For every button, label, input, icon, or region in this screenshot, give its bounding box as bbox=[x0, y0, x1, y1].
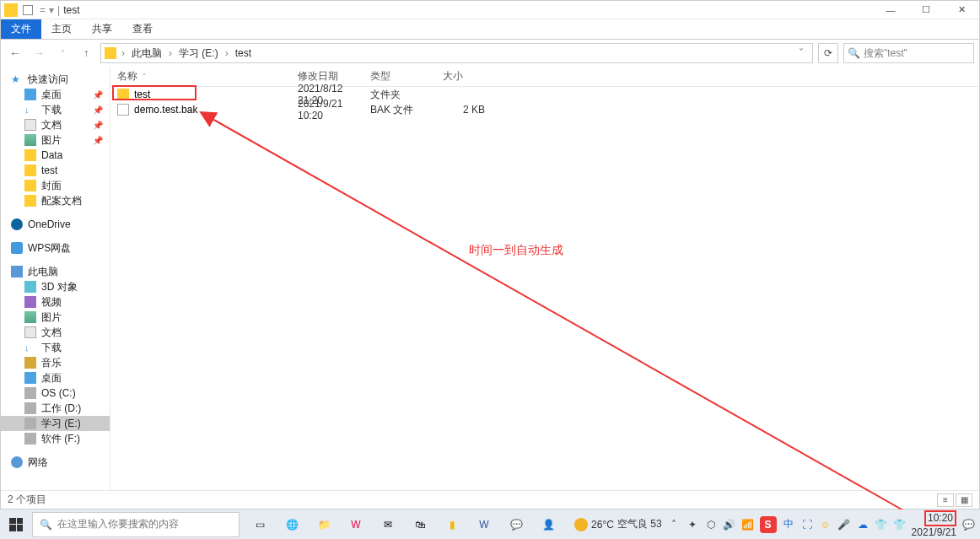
explorer-app[interactable]: 📁 bbox=[309, 510, 339, 538]
ribbon-home-tab[interactable]: 主页 bbox=[41, 19, 82, 39]
sb-pictures[interactable]: 图片📌 bbox=[1, 132, 110, 148]
nav-sidebar[interactable]: 快速访问 桌面📌 下载📌 文档📌 图片📌 Data test 封面 配案文档 O… bbox=[1, 67, 110, 490]
crumb-folder[interactable]: test bbox=[232, 47, 255, 59]
ribbon-file-tab[interactable]: 文件 bbox=[1, 19, 41, 39]
picture-icon bbox=[24, 311, 36, 323]
sb-quick-access[interactable]: 快速访问 bbox=[1, 72, 110, 87]
sb-drive-c[interactable]: OS (C:) bbox=[1, 385, 110, 401]
word-app[interactable]: W bbox=[469, 510, 499, 538]
file-date: 2021/9/21 10:20 bbox=[298, 98, 370, 121]
notification-icon[interactable]: 💬 bbox=[961, 518, 975, 531]
wifi-icon[interactable]: 📶 bbox=[741, 518, 755, 531]
folder-icon bbox=[4, 3, 18, 17]
folder-icon bbox=[24, 195, 36, 207]
file-size: 2 KB bbox=[443, 104, 510, 116]
sb-wps[interactable]: WPS网盘 bbox=[1, 240, 110, 256]
tray-icon[interactable]: ⛶ bbox=[800, 518, 814, 531]
ime-mode[interactable]: 中 bbox=[782, 518, 795, 531]
crumb-pc[interactable]: 此电脑 bbox=[128, 46, 165, 61]
wechat-app[interactable]: 💬 bbox=[501, 510, 531, 538]
wps-app[interactable]: W bbox=[341, 510, 371, 538]
up-button[interactable]: ↑ bbox=[77, 44, 95, 62]
col-size[interactable]: 大小 bbox=[443, 69, 510, 84]
taskbar-apps: ▭ 🌐 📁 W ✉ 🛍 ▮ W 💬 👤 bbox=[245, 510, 563, 538]
powerbi-app[interactable]: ▮ bbox=[437, 510, 467, 538]
mail-app[interactable]: ✉ bbox=[373, 510, 403, 538]
sb-downloads[interactable]: 下载📌 bbox=[1, 102, 110, 117]
tray-icon[interactable]: 👕 bbox=[893, 518, 907, 531]
col-date[interactable]: 修改日期 bbox=[298, 69, 370, 84]
close-button[interactable]: ✕ bbox=[944, 1, 979, 19]
refresh-button[interactable]: ⟳ bbox=[818, 43, 838, 63]
tray-icon[interactable]: ☺ bbox=[819, 518, 832, 531]
ribbon-view-tab[interactable]: 查看 bbox=[122, 19, 163, 39]
status-bar: 2 个项目 ≡ ▦ bbox=[1, 490, 979, 509]
address-bar-row: ← → ˅ ↑ › 此电脑 › 学习 (E:) › test ˅ ⟳ 🔍 搜索"… bbox=[1, 40, 979, 67]
sb-thispc[interactable]: 此电脑 bbox=[1, 264, 110, 279]
pc-icon bbox=[11, 266, 23, 278]
sb-config[interactable]: 配案文档 bbox=[1, 193, 110, 208]
sun-icon bbox=[574, 518, 588, 531]
sb-onedrive[interactable]: OneDrive bbox=[1, 217, 110, 232]
sb-video[interactable]: 视频 bbox=[1, 294, 110, 310]
sb-downloads2[interactable]: 下载 bbox=[1, 340, 110, 355]
sb-desktop2[interactable]: 桌面 bbox=[1, 370, 110, 385]
start-button[interactable] bbox=[0, 509, 32, 539]
mic-icon[interactable]: 🎤 bbox=[837, 518, 851, 531]
avatar-app[interactable]: 👤 bbox=[533, 510, 563, 538]
file-row[interactable]: demo.test.bak 2021/9/21 10:20 BAK 文件 2 K… bbox=[110, 102, 979, 117]
tray-icon[interactable]: 👕 bbox=[875, 518, 888, 531]
minimize-button[interactable]: — bbox=[873, 1, 908, 19]
view-large-button[interactable]: ▦ bbox=[956, 493, 972, 507]
chevron-up-icon[interactable]: ˄ bbox=[667, 518, 681, 531]
sb-pictures2[interactable]: 图片 bbox=[1, 310, 110, 325]
weather-widget[interactable]: 26°C 空气良 53 bbox=[574, 517, 662, 531]
sb-data[interactable]: Data bbox=[1, 148, 110, 163]
sb-desktop[interactable]: 桌面📌 bbox=[1, 87, 110, 102]
crumb-drive[interactable]: 学习 (E:) bbox=[175, 46, 222, 61]
folder-icon bbox=[24, 149, 36, 161]
ribbon-share-tab[interactable]: 共享 bbox=[82, 19, 122, 39]
search-icon: 🔍 bbox=[848, 47, 860, 59]
tray-icon[interactable]: ⬡ bbox=[704, 518, 718, 531]
taskbar-search[interactable]: 🔍在这里输入你要搜索的内容 bbox=[32, 512, 240, 537]
sb-cover[interactable]: 封面 bbox=[1, 178, 110, 193]
tray-icon[interactable]: ☁ bbox=[856, 518, 870, 531]
file-list: 名称˄ 修改日期 类型 大小 test 2021/8/12 21:20 文件夹 … bbox=[110, 67, 979, 490]
down-icon bbox=[24, 342, 36, 353]
chevron-right-icon[interactable]: › bbox=[223, 47, 230, 59]
tray-icon[interactable]: ✦ bbox=[686, 518, 699, 531]
file-row[interactable]: test 2021/8/12 21:20 文件夹 bbox=[110, 87, 979, 102]
sb-documents2[interactable]: 文档 bbox=[1, 325, 110, 340]
view-details-button[interactable]: ≡ bbox=[937, 493, 954, 507]
chevron-right-icon[interactable]: › bbox=[120, 47, 127, 59]
breadcrumb-bar[interactable]: › 此电脑 › 学习 (E:) › test ˅ bbox=[100, 43, 813, 63]
sb-music[interactable]: 音乐 bbox=[1, 355, 110, 370]
star-icon bbox=[11, 73, 23, 85]
body: 快速访问 桌面📌 下载📌 文档📌 图片📌 Data test 封面 配案文档 O… bbox=[1, 67, 979, 490]
sb-network[interactable]: 网络 bbox=[1, 455, 110, 470]
forward-button[interactable]: → bbox=[30, 44, 48, 62]
sb-3d[interactable]: 3D 对象 bbox=[1, 279, 110, 294]
sb-test[interactable]: test bbox=[1, 163, 110, 178]
col-type[interactable]: 类型 bbox=[370, 69, 443, 84]
store-app[interactable]: 🛍 bbox=[405, 510, 435, 538]
edge-app[interactable]: 🌐 bbox=[277, 510, 307, 538]
dropdown-caret-icon[interactable]: ▾ bbox=[49, 4, 54, 16]
search-box[interactable]: 🔍 搜索"test" bbox=[843, 43, 974, 63]
col-name[interactable]: 名称˄ bbox=[110, 69, 298, 84]
sb-drive-d[interactable]: 工作 (D:) bbox=[1, 401, 110, 416]
taskview-button[interactable]: ▭ bbox=[245, 510, 275, 538]
path-dropdown[interactable]: ˅ bbox=[794, 47, 809, 59]
sb-drive-f[interactable]: 软件 (F:) bbox=[1, 431, 110, 446]
sogou-ime-icon[interactable]: S bbox=[760, 516, 777, 533]
maximize-button[interactable]: ☐ bbox=[908, 1, 944, 19]
sb-drive-e[interactable]: 学习 (E:) bbox=[1, 416, 110, 431]
volume-icon[interactable]: 🔊 bbox=[723, 518, 736, 531]
sb-documents[interactable]: 文档📌 bbox=[1, 117, 110, 132]
chevron-right-icon[interactable]: › bbox=[167, 47, 174, 59]
back-button[interactable]: ← bbox=[6, 44, 24, 62]
history-dropdown[interactable]: ˅ bbox=[53, 44, 72, 62]
cube-icon bbox=[24, 281, 36, 293]
clock[interactable]: 10:20 2021/9/21 bbox=[912, 510, 956, 538]
